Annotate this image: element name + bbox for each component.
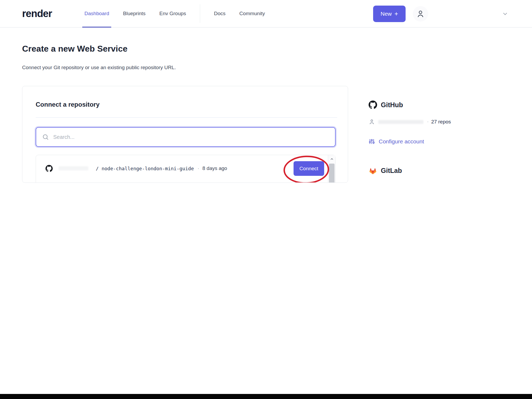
nav-tab-blueprints[interactable]: Blueprints: [116, 0, 152, 27]
repo-path-slash: /: [96, 166, 102, 171]
scrollbar-thumb[interactable]: [329, 164, 335, 183]
repo-name: node-challenge-london-mini-guide: [102, 166, 194, 171]
new-button[interactable]: New +: [373, 6, 406, 22]
page-subtitle: Connect your Git repository or use an ex…: [22, 65, 176, 70]
nav-tab-dashboard-label: Dashboard: [84, 11, 109, 16]
connect-button[interactable]: Connect: [294, 161, 324, 176]
repo-list: / node-challenge-london-mini-guide · 8 d…: [36, 155, 336, 183]
new-button-label: New: [381, 11, 392, 17]
repo-list-item[interactable]: / node-challenge-london-mini-guide · 8 d…: [36, 155, 327, 182]
primary-nav: Dashboard Blueprints Env Groups Docs Com…: [77, 0, 272, 27]
configure-account-link[interactable]: Configure account: [369, 138, 480, 145]
nav-divider: [200, 4, 200, 23]
repos-separator-dot: ·: [427, 119, 428, 124]
nav-tab-community-label: Community: [239, 11, 265, 16]
render-logo[interactable]: render: [22, 0, 52, 27]
repo-updated-time: 8 days ago: [202, 165, 227, 171]
repo-search-box: [36, 127, 336, 147]
plus-icon: +: [394, 10, 398, 18]
header-right-cluster: New +: [367, 0, 532, 28]
top-navigation-bar: render Dashboard Blueprints Env Groups D…: [0, 0, 532, 28]
account-person-icon: [369, 119, 375, 125]
gitlab-section-heading: GitLab: [369, 167, 480, 174]
chevron-down-icon[interactable]: [502, 10, 509, 17]
nav-tab-env-groups-label: Env Groups: [159, 11, 186, 16]
repo-list-scrollbar[interactable]: [328, 155, 335, 183]
nav-tab-docs-label: Docs: [214, 11, 225, 16]
github-icon: [369, 101, 377, 109]
repo-separator-dot: ·: [197, 166, 199, 171]
page-title-prefix: Create a new: [22, 44, 77, 53]
connect-repository-card: Connect a repository / node-challenge-lo…: [22, 86, 348, 183]
nav-tab-community[interactable]: Community: [232, 0, 272, 27]
nav-tab-dashboard[interactable]: Dashboard: [77, 0, 116, 27]
github-repos-count: 27 repos: [431, 119, 451, 125]
github-account-row: · 27 repos: [369, 119, 480, 125]
gitlab-title: GitLab: [381, 167, 402, 174]
github-title: GitHub: [381, 101, 403, 109]
github-icon: [46, 165, 53, 172]
card-divider: [36, 117, 337, 118]
sliders-icon: [369, 138, 375, 145]
gitlab-icon: [369, 167, 377, 174]
search-icon: [42, 134, 49, 140]
person-icon: [416, 9, 425, 18]
page-title: Create a new Web Service: [22, 44, 127, 54]
page-title-emphasis: Web Service: [77, 44, 127, 53]
github-section-heading: GitHub: [369, 101, 480, 109]
nav-tab-blueprints-label: Blueprints: [123, 11, 146, 16]
repo-path: / node-challenge-london-mini-guide: [96, 166, 194, 171]
configure-account-label: Configure account: [379, 138, 424, 145]
card-heading: Connect a repository: [36, 101, 100, 108]
repo-search-input[interactable]: [53, 134, 329, 140]
nav-tab-env-groups[interactable]: Env Groups: [152, 0, 193, 27]
redacted-repo-owner: [59, 166, 88, 171]
bottom-screen-edge-bar: [0, 394, 532, 399]
user-avatar[interactable]: [413, 6, 428, 22]
redacted-github-username: [378, 120, 423, 124]
nav-tab-docs[interactable]: Docs: [207, 0, 232, 27]
git-providers-panel: GitHub · 27 repos Configure account: [369, 101, 480, 174]
scrollbar-up-arrow-icon[interactable]: [328, 155, 335, 163]
